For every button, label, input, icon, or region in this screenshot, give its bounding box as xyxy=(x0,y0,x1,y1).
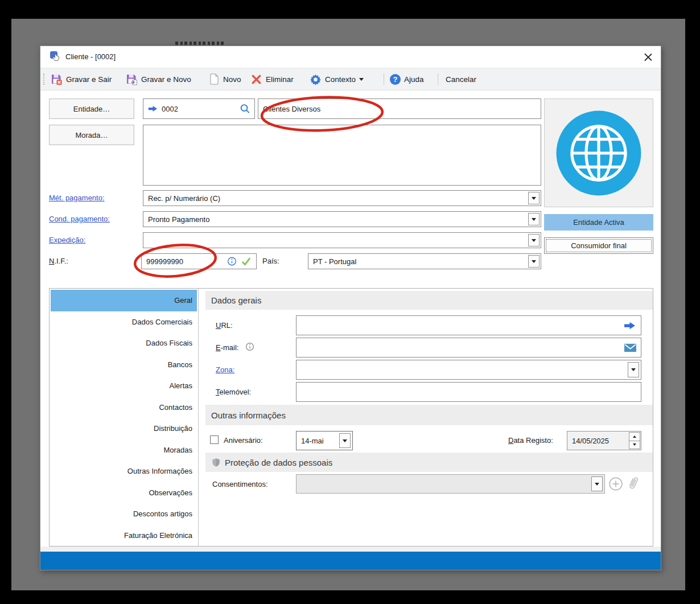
spin-down-button[interactable] xyxy=(629,441,640,450)
email-envelope-icon[interactable] xyxy=(624,343,636,352)
entity-name-field[interactable] xyxy=(258,98,541,119)
cond-pagamento-link[interactable]: Cond. pagamento: xyxy=(49,215,110,223)
telemovel-input[interactable] xyxy=(297,383,641,401)
shield-icon xyxy=(211,458,221,467)
morada-input[interactable] xyxy=(143,125,541,185)
entity-image-box[interactable] xyxy=(544,98,653,207)
data-registo-spinner[interactable]: 14/05/2025 xyxy=(567,431,641,450)
entidade-button-label: Entidade… xyxy=(73,105,110,113)
caret-down-icon xyxy=(595,483,599,486)
info-icon[interactable] xyxy=(227,257,237,266)
morada-button-label: Morada… xyxy=(75,131,108,139)
new-document-icon xyxy=(209,73,220,85)
save-and-exit-button[interactable]: Gravar e Sair xyxy=(48,70,114,88)
combo-dropdown-button[interactable] xyxy=(528,234,540,246)
entity-code-input[interactable] xyxy=(143,99,254,118)
expedicao-link[interactable]: Expedição: xyxy=(49,236,85,244)
data-registo-label: Data Registo: xyxy=(508,436,553,445)
sidebar-item-dados-fiscais[interactable]: Dados Fiscais xyxy=(51,332,197,354)
entidade-button[interactable]: Entidade… xyxy=(49,98,134,119)
aniversario-label: Aniversário: xyxy=(224,436,263,445)
met-pagamento-combo[interactable]: Rec. p/ Numerário (C) xyxy=(143,190,541,206)
cond-pagamento-value: Pronto Pagamento xyxy=(148,215,209,224)
sidebar-item-geral[interactable]: Geral xyxy=(51,290,197,311)
combo-dropdown-button[interactable] xyxy=(339,433,351,448)
sidebar-item-alertas[interactable]: Alertas xyxy=(51,375,197,397)
globe-icon xyxy=(555,110,642,196)
entity-code-field[interactable] xyxy=(143,98,255,119)
gear-icon xyxy=(310,73,322,85)
close-icon[interactable] xyxy=(643,52,653,62)
save-and-new-button[interactable]: Gravar e Novo xyxy=(123,70,193,88)
expedicao-combo[interactable] xyxy=(143,232,541,248)
search-icon[interactable] xyxy=(240,104,250,114)
aniversario-checkbox[interactable] xyxy=(210,435,219,444)
nif-field[interactable] xyxy=(141,253,257,269)
combo-dropdown-button[interactable] xyxy=(528,255,540,268)
zona-link[interactable]: Zona: xyxy=(216,365,234,374)
help-button[interactable]: ? Ajuda xyxy=(388,70,426,88)
caret-down-icon xyxy=(532,260,536,263)
morada-textarea[interactable] xyxy=(143,125,541,186)
add-consent-button[interactable] xyxy=(608,476,623,491)
combo-dropdown-button[interactable] xyxy=(591,476,603,491)
entity-status-badge: Entidade Activa xyxy=(544,214,653,231)
delete-button[interactable]: Eliminar xyxy=(248,70,296,88)
consumidor-final-label: Consumidor final xyxy=(571,241,627,250)
occluded-text-fragment xyxy=(175,42,225,45)
sidebar-item-dados-comerciais[interactable]: Dados Comerciais xyxy=(51,311,197,333)
new-button[interactable]: Novo xyxy=(207,70,244,88)
sidebar-item-outras-informacoes[interactable]: Outras Informações xyxy=(51,461,197,482)
help-icon: ? xyxy=(390,74,401,85)
email-info-icon[interactable] xyxy=(245,342,254,351)
consumidor-final-button[interactable]: Consumidor final xyxy=(544,237,653,254)
section-header-outras-informacoes: Outras informações xyxy=(205,405,653,425)
aniversario-combo[interactable]: 14-mai xyxy=(296,431,353,450)
section-header-protecao-dados: Proteção de dados pessoais xyxy=(205,453,653,472)
entity-name-input[interactable] xyxy=(258,99,541,118)
cancel-button[interactable]: Cancelar xyxy=(443,70,479,88)
email-input[interactable] xyxy=(297,338,641,357)
save-and-new-label: Gravar e Novo xyxy=(141,75,191,84)
sidebar-item-distribuicao[interactable]: Distribuição xyxy=(51,418,197,439)
sidebar-item-bancos[interactable]: Bancos xyxy=(51,354,197,376)
save-new-icon xyxy=(125,73,138,85)
email-field[interactable] xyxy=(296,338,641,358)
zona-combo[interactable] xyxy=(296,360,641,380)
caret-down-icon xyxy=(631,368,636,371)
caret-down-icon xyxy=(532,218,536,221)
url-input[interactable] xyxy=(297,316,641,335)
caret-up-icon xyxy=(633,435,636,438)
client-icon xyxy=(50,51,61,63)
morada-button[interactable]: Morada… xyxy=(49,125,134,145)
toolbar-separator xyxy=(438,73,438,85)
telemovel-field[interactable] xyxy=(296,382,641,402)
cancel-label: Cancelar xyxy=(446,75,476,84)
combo-dropdown-button[interactable] xyxy=(528,192,540,204)
cond-pagamento-combo[interactable]: Pronto Pagamento xyxy=(143,211,541,227)
pais-combo[interactable]: PT - Portugal xyxy=(308,253,541,269)
sidebar-item-contactos[interactable]: Contactos xyxy=(51,397,197,418)
url-label: URL: xyxy=(216,321,233,330)
met-pagamento-link[interactable]: Mét. pagamento: xyxy=(49,194,105,202)
toolbar-grip[interactable] xyxy=(43,73,44,85)
sidebar-item-descontos-artigos[interactable]: Descontos artigos xyxy=(51,503,197,525)
met-pagamento-value: Rec. p/ Numerário (C) xyxy=(148,194,220,203)
sidebar-item-observacoes[interactable]: Observações xyxy=(51,482,197,504)
context-label: Contexto xyxy=(325,75,356,84)
window-title: Cliente - [0002] xyxy=(65,52,116,61)
context-button[interactable]: Contexto xyxy=(307,70,366,88)
delete-label: Eliminar xyxy=(266,75,294,84)
combo-dropdown-button[interactable] xyxy=(628,362,639,377)
go-arrow-icon[interactable] xyxy=(624,321,636,330)
sidebar-item-faturacao-eletronica[interactable]: Faturação Eletrónica xyxy=(51,525,197,547)
sidebar-item-moradas[interactable]: Moradas xyxy=(51,439,197,461)
nav-arrow-icon xyxy=(148,105,158,113)
combo-dropdown-button[interactable] xyxy=(528,213,540,225)
url-field[interactable] xyxy=(296,315,641,335)
telemovel-label: Telemóvel: xyxy=(216,388,251,396)
consentimentos-combo[interactable] xyxy=(296,474,605,494)
nif-input[interactable] xyxy=(142,254,256,269)
spin-up-button[interactable] xyxy=(629,432,640,441)
title-bar[interactable]: Cliente - [0002] xyxy=(40,46,661,68)
